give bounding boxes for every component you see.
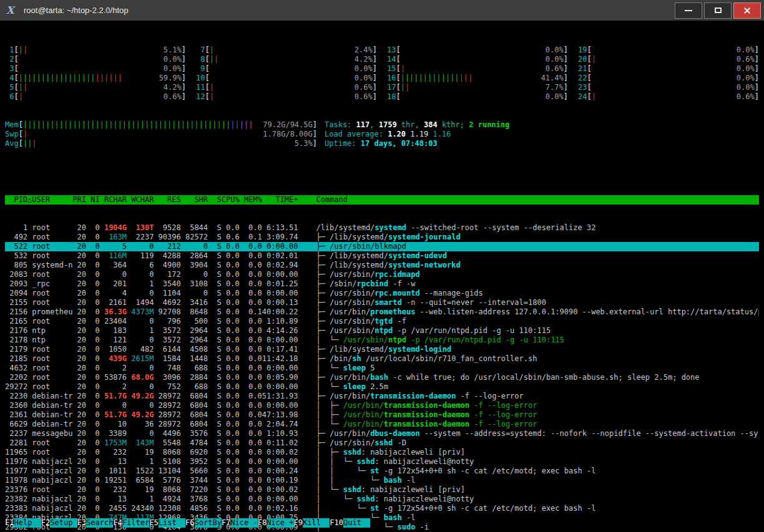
cell-command: /lib/systemd/systemd --switched-root --s… [298,223,759,233]
cell-rchar: 163M [100,233,127,242]
cell-wchar: 1494 [127,298,154,307]
process-row[interactable]: 11978nabijaczl20019251658457763744S0.00.… [5,476,759,485]
column-header-pri[interactable]: PRI [72,195,86,205]
cell-state: S [208,317,222,326]
cell-mem-percent: 0.0 [240,476,262,485]
process-row[interactable]: 23382nabijaczl20013149243768S0.00.00:00.… [5,495,759,504]
cpu-meter-24: 24[|0.6%] [578,92,759,102]
cell-pid: 2360 [5,401,27,410]
cell-pri: 20 [72,326,86,336]
process-row[interactable]: 23383nabijaczl200245524340123084856S0.00… [5,504,759,513]
command-segment: bash [384,476,402,485]
cell-cpu-percent: 0.0 [222,438,240,448]
cell-pri: 20 [72,354,86,364]
cell-time: 2:04.74 [262,420,298,429]
xterm-icon: X [6,4,19,16]
process-row[interactable]: 2165root200234040796500S0.00.01:10.89├─ … [5,317,759,326]
fnkey-f2[interactable]: F2Setup [41,518,77,528]
column-header-res[interactable]: RES [154,195,180,205]
process-row[interactable]: 2230debian-tr20051.7G49.2G289726804S0.00… [5,392,759,401]
tree-branch: ├─ [316,373,330,382]
window-title: root@tarta: ~/htop-2.2.0/htop [24,6,675,15]
fnkey-f4[interactable]: F4Filter [113,518,149,528]
fnkey-f1[interactable]: F1Help [5,518,41,528]
fnkey-f5[interactable]: F5List [149,518,185,528]
column-header-ni[interactable]: NI [86,195,100,205]
process-row[interactable]: 11965root2002321980686920S0.00.00:00.02│… [5,448,759,457]
process-row[interactable]: 2360debian-tr20000289726804S0.00.00:00.0… [5,401,759,410]
cell-shr: 5660 [181,467,208,476]
process-row[interactable]: 11976nabijaczl20013151083952S0.00.00:00.… [5,457,759,467]
process-row-selected[interactable]: 522root200502120S0.00.00:00.00├─ /usr/sb… [5,242,759,251]
cell-wchar: 119 [127,251,154,261]
blank-line [5,167,759,177]
process-row[interactable]: 2281root2001753M143M55484784S0.00.00:11.… [5,438,759,448]
process-row[interactable]: 492root200163M22379039682572S0.60.13:09.… [5,233,759,242]
cell-shr: 3952 [181,457,208,467]
column-header-cmd[interactable]: Command [298,195,759,205]
cell-wchar: 19 [127,448,154,457]
column-header-pid[interactable]: PID [5,195,27,205]
process-row[interactable]: 2178ntp200121035722964S0.00.00:00.00│ └─… [5,336,759,345]
column-header-cpu[interactable]: CPU% [222,195,240,205]
fnkey-f10[interactable]: F10Quit [330,518,370,528]
process-row[interactable]: 1root2001904G130T95285844S0.00.06:13.51/… [5,223,759,233]
process-row[interactable]: 29272root20020752688S0.00.00:00.00│ └─ s… [5,382,759,392]
process-row[interactable]: 11977nabijaczl20010111522131045660S0.00.… [5,467,759,476]
cell-ni: 0 [86,457,100,467]
process-row[interactable]: 2202root2005387668.0G30962884S0.00.00:05… [5,373,759,382]
process-row[interactable]: 23376root2002321980687220S0.00.00:00.02│… [5,485,759,495]
cell-rchar: 2455 [100,504,127,513]
process-row[interactable]: 2156prometheu20036.3G4373M927088648S0.00… [5,307,759,317]
column-header-user[interactable]: △USER [27,195,72,205]
process-row[interactable]: 2185root200439G2615M15841448S0.00.011:42… [5,354,759,364]
close-button[interactable] [733,2,761,19]
process-row[interactable]: 2093_rpc200201135403108S0.00.00:01.25├─ … [5,279,759,289]
cell-mem-percent: 0.0 [240,504,262,513]
fnkey-f6[interactable]: F6SortBy [185,518,222,528]
process-row[interactable]: 2176ntp200183135722964S0.00.04:14.26├─ /… [5,326,759,336]
command-segment: -f [393,317,406,326]
process-row[interactable]: 4632root20020748688S0.00.00:00.00│ └─ sl… [5,364,759,373]
fnkey-f9[interactable]: F9Kill [294,518,330,528]
cell-wchar: 0 [127,336,154,345]
cell-res: 92708 [154,307,180,317]
fnkey-f8[interactable]: F8Nice + [258,518,294,528]
column-header-mem[interactable]: MEM% [240,195,262,205]
cpu-meter-23-bracket-close: ] [755,83,759,92]
column-header-s[interactable]: S [208,195,222,205]
process-row[interactable]: 2237messagebu2003389044963576S0.00.01:10… [5,429,759,438]
titlebar[interactable]: X root@tarta: ~/htop-2.2.0/htop [0,0,764,21]
cell-rchar: 2 [100,364,127,373]
process-row[interactable]: 2361debian-tr20051.7G49.2G289726804S0.00… [5,410,759,420]
cell-mem-percent: 0.0 [240,279,262,289]
maximize-button[interactable] [704,2,732,19]
process-row[interactable]: 2083root200001720S0.00.00:00.00├─ /usr/s… [5,270,759,279]
uptime-segment: 17 days, 07:48:03 [361,139,438,148]
fnkey-f3[interactable]: F3Search [77,518,114,528]
process-row[interactable]: 805systemd-n200364649003904S0.00.00:02.9… [5,261,759,270]
cell-time: 1:10.89 [262,317,298,326]
cell-shr: 6804 [181,420,208,429]
process-row[interactable]: 6629debian-tr2001036289726804S0.00.02:04… [5,420,759,429]
cell-res: 4692 [154,298,180,307]
column-header-shr[interactable]: SHR [181,195,208,205]
cell-ni: 0 [86,382,100,392]
process-row[interactable]: 2155root2002161149446923416S0.00.00:00.1… [5,298,759,307]
cell-command: ├─ /usr/sbin/smartd -n --quit=never --in… [298,298,759,307]
column-header-wchar[interactable]: WCHAR [127,195,154,205]
mem-meter: Mem[||||||||||||||||||||||||||||||||||||… [5,120,317,130]
cell-command: ├─ /usr/sbin/ntpd -p /var/run/ntpd.pid -… [298,326,759,336]
cell-command: ├─ /usr/sbin/rpc.idmapd [298,270,759,279]
column-header-rchar[interactable]: RCHAR [100,195,127,205]
process-row[interactable]: 2094root2004011040S0.00.00:00.00├─ /usr/… [5,289,759,298]
cpu-meter-9-bracket-close: ] [373,64,377,74]
cell-ni: 0 [86,336,100,345]
process-row[interactable]: 2179root200105048261444508S0.00.00:17.41… [5,345,759,354]
cell-user: ntp [27,326,72,336]
cpu-meter-1-bar-g: | [19,46,23,54]
fnkey-f7[interactable]: F7Nice - [222,518,258,528]
column-header-time[interactable]: TIME+ [262,195,298,205]
process-row[interactable]: 532root200116M11942882864S0.00.00:02.01├… [5,251,759,261]
minimize-button[interactable] [675,2,702,19]
